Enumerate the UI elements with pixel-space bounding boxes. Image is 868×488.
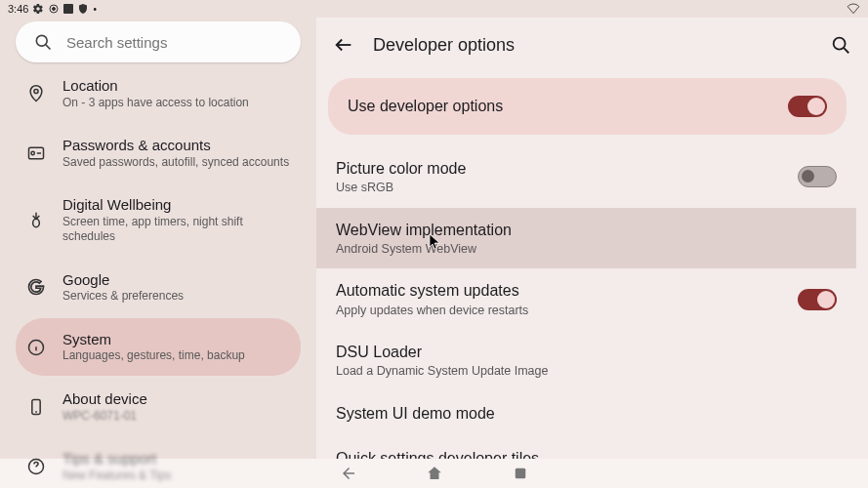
svg-point-5 xyxy=(34,89,38,93)
svg-point-17 xyxy=(834,38,846,50)
svg-line-4 xyxy=(46,45,51,50)
nav-recent-button[interactable] xyxy=(512,465,529,482)
key-icon xyxy=(25,142,47,164)
info-icon xyxy=(25,337,47,358)
setting-sub: Load a Dynamic System Update Image xyxy=(336,363,837,379)
nav-title: Google xyxy=(62,270,184,290)
setting-sub: Android System WebView xyxy=(336,241,837,257)
target-icon xyxy=(48,3,60,15)
setting-dsu[interactable]: DSU LoaderLoad a Dynamic System Update I… xyxy=(316,330,856,391)
dot-icon: • xyxy=(93,4,97,15)
nav-sub: Services & preferences xyxy=(62,289,184,305)
use-dev-card[interactable]: Use developer options xyxy=(328,78,847,135)
setting-tiles[interactable]: Quick settings developer tiles xyxy=(316,436,856,459)
nav-tips[interactable]: Tips & supportNew Features & Tips xyxy=(16,437,301,488)
use-dev-switch[interactable] xyxy=(788,96,827,117)
svg-rect-19 xyxy=(515,468,525,479)
nav-google[interactable]: GoogleServices & preferences xyxy=(16,259,301,316)
setting-sub: Use sRGB xyxy=(336,180,798,195)
setting-updates[interactable]: Automatic system updatesApply updates wh… xyxy=(316,268,856,330)
help-icon xyxy=(25,456,47,477)
nav-title: Tips & support xyxy=(62,449,171,468)
setting-demo[interactable]: System UI demo mode xyxy=(316,391,856,436)
nav-about[interactable]: About deviceWPC-6071-01 xyxy=(16,378,301,435)
search-box[interactable] xyxy=(16,21,301,62)
location-icon xyxy=(25,83,47,104)
wifi-icon xyxy=(847,2,860,16)
nav-sub: Screen time, app timers, night shift sch… xyxy=(62,215,291,245)
setting-title: System UI demo mode xyxy=(336,403,837,425)
nav-sub: Languages, gestures, time, backup xyxy=(62,348,245,364)
setting-title: DSU Loader xyxy=(336,342,837,363)
updates-switch[interactable] xyxy=(798,289,837,310)
svg-point-1 xyxy=(53,8,56,11)
nav-home-button[interactable] xyxy=(426,465,443,482)
page-title: Developer options xyxy=(373,35,515,56)
shield-icon xyxy=(77,3,89,15)
use-dev-label: Use developer options xyxy=(348,98,503,115)
nav-sub: WPC-6071-01 xyxy=(62,409,147,425)
svg-rect-2 xyxy=(63,4,73,14)
setting-webview[interactable]: WebView implementationAndroid System Web… xyxy=(316,208,856,269)
device-icon xyxy=(25,396,47,418)
square-icon xyxy=(63,4,73,14)
status-time: 3:46 xyxy=(8,3,28,15)
sidebar: LocationOn - 3 apps have access to locat… xyxy=(0,18,316,459)
setting-picture[interactable]: Picture color modeUse sRGB xyxy=(316,146,856,208)
google-icon xyxy=(25,276,47,298)
setting-title: WebView implementation xyxy=(336,220,837,241)
settings-icon xyxy=(32,3,44,15)
search-input[interactable] xyxy=(66,34,283,51)
back-button[interactable] xyxy=(332,33,355,57)
picture-switch[interactable] xyxy=(798,166,837,187)
setting-sub: Apply updates when device restarts xyxy=(336,303,798,318)
nav-title: Passwords & accounts xyxy=(62,136,289,155)
nav-back-button[interactable] xyxy=(340,465,357,482)
nav-title: System xyxy=(62,330,245,349)
nav-title: Location xyxy=(62,76,249,96)
search-icon xyxy=(33,32,53,52)
setting-title: Automatic system updates xyxy=(336,280,798,302)
svg-line-18 xyxy=(844,48,848,53)
svg-point-7 xyxy=(31,151,34,154)
nav-sub: New Features & Tips xyxy=(62,468,171,484)
svg-point-3 xyxy=(36,35,47,46)
nav-sub: On - 3 apps have access to location xyxy=(62,96,249,111)
main-panel: Developer options Use developer options … xyxy=(316,18,868,459)
nav-wellbeing[interactable]: Digital WellbeingScreen time, app timers… xyxy=(16,183,301,257)
search-button[interactable] xyxy=(829,33,852,57)
nav-title: About device xyxy=(62,389,147,409)
setting-title: Picture color mode xyxy=(336,158,798,180)
setting-title: Quick settings developer tiles xyxy=(336,448,837,459)
nav-sub: Saved passwords, autofill, synced accoun… xyxy=(62,155,289,171)
nav-location[interactable]: LocationOn - 3 apps have access to locat… xyxy=(16,72,301,122)
nav-system[interactable]: SystemLanguages, gestures, time, backup xyxy=(16,318,301,376)
wellbeing-icon xyxy=(25,210,47,231)
nav-title: Digital Wellbeing xyxy=(62,195,291,215)
nav-passwords[interactable]: Passwords & accountsSaved passwords, aut… xyxy=(16,124,301,182)
